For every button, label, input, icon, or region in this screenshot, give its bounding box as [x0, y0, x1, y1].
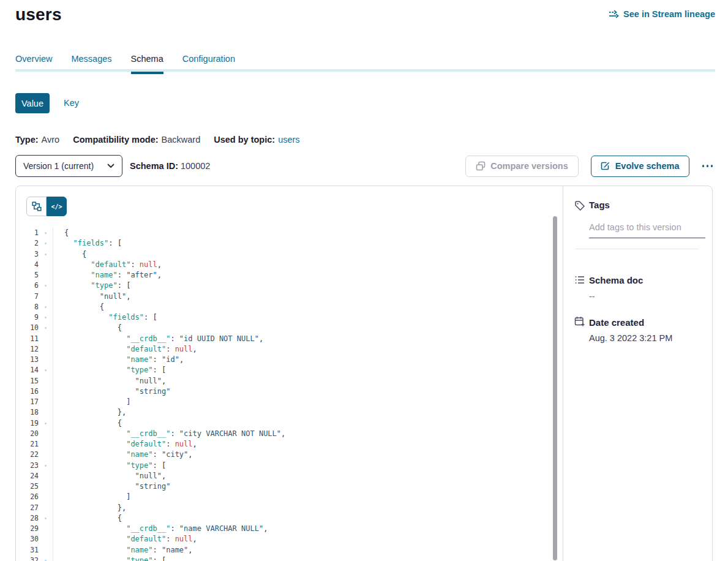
fold-toggle-icon[interactable]: ▾: [39, 238, 53, 249]
edit-icon: [601, 161, 610, 171]
code-text: "__crdb__": "city VARCHAR NOT NULL",: [53, 429, 285, 439]
copy-icon: [476, 161, 486, 171]
code-text: {: [53, 228, 69, 238]
fold-toggle-icon[interactable]: ▾: [39, 312, 53, 323]
tab-configuration[interactable]: Configuration: [182, 54, 235, 72]
line-number: 1: [16, 228, 39, 238]
code-text: "default": null,: [53, 534, 197, 544]
fold-toggle-icon[interactable]: ▾: [39, 280, 53, 291]
code-text: "default": null,: [53, 344, 197, 355]
line-number: 29: [16, 524, 39, 534]
tag-icon: [574, 200, 585, 214]
line-number: 15: [16, 376, 39, 386]
fold-toggle-icon[interactable]: ▾: [39, 461, 53, 471]
code-line: 17 ]: [16, 397, 563, 407]
editor-view-toggle: </>: [26, 197, 67, 216]
tab-schema[interactable]: Schema: [131, 54, 163, 72]
line-number: 8: [16, 302, 39, 312]
code-lines: 1▾{2▾ "fields": [3▾ {4 "default": null,5…: [16, 228, 563, 561]
fold-toggle-icon[interactable]: ▾: [39, 513, 53, 524]
value-toggle-button[interactable]: Value: [15, 93, 50, 113]
version-select[interactable]: Version 1 (current): [15, 155, 122, 177]
code-line: 8▾ {: [16, 302, 563, 312]
code-text: ]: [53, 492, 130, 502]
schema-code-editor[interactable]: 1▾{2▾ "fields": [3▾ {4 "default": null,5…: [16, 228, 563, 561]
line-number: 22: [16, 450, 39, 460]
line-number: 5: [16, 270, 39, 280]
code-line: 31 "name": "name",: [16, 545, 563, 555]
code-text: },: [53, 503, 126, 513]
fold-toggle-icon[interactable]: ▾: [39, 323, 53, 333]
code-line: 2▾ "fields": [: [16, 238, 563, 249]
fold-gutter: [39, 386, 53, 397]
line-number: 16: [16, 386, 39, 397]
fold-gutter: [39, 355, 53, 365]
key-toggle-button[interactable]: Key: [64, 98, 79, 108]
code-line: 4 "default": null,: [16, 260, 563, 270]
fold-gutter: [39, 270, 53, 280]
code-text: "default": null,: [53, 439, 197, 450]
tab-overview[interactable]: Overview: [15, 54, 52, 72]
fold-toggle-icon[interactable]: ▾: [39, 418, 53, 429]
schema-id-label: Schema ID:: [130, 161, 178, 171]
code-text: {: [53, 418, 122, 429]
date-created-value: Aug. 3 2022 3:21 PM: [589, 333, 672, 343]
code-text: "type": [: [53, 280, 130, 291]
line-number: 26: [16, 492, 39, 502]
evolve-schema-button[interactable]: Evolve schema: [591, 156, 689, 177]
fold-toggle-icon[interactable]: ▾: [39, 249, 53, 260]
fold-toggle-icon[interactable]: ▾: [39, 555, 53, 561]
see-in-stream-lineage-link[interactable]: See in Stream lineage: [609, 9, 715, 19]
code-line: 23▾ "type": [: [16, 461, 563, 471]
schema-card: </> 1▾{2▾ "fields": [3▾ {4 "default": nu…: [15, 186, 713, 561]
fold-gutter: [39, 397, 53, 407]
code-text: "type": [: [53, 365, 166, 375]
compare-versions-button[interactable]: Compare versions: [465, 156, 579, 177]
schema-id-field: Schema ID:100002: [130, 161, 210, 171]
fold-toggle-icon[interactable]: ▾: [39, 365, 53, 375]
fold-toggle-icon[interactable]: ▾: [39, 228, 53, 238]
add-tags-input[interactable]: [589, 222, 705, 238]
code-text: "name": "id",: [53, 355, 184, 365]
line-number: 24: [16, 471, 39, 481]
line-number: 18: [16, 407, 39, 418]
editor-vertical-scrollbar[interactable]: [553, 216, 557, 560]
fold-gutter: [39, 407, 53, 418]
tree-view-button[interactable]: [26, 197, 47, 216]
fold-gutter: [39, 376, 53, 386]
code-line: 28▾ {: [16, 513, 563, 524]
type-label: Type:: [15, 135, 39, 145]
code-text: {: [53, 249, 86, 260]
evolve-schema-label: Evolve schema: [615, 161, 680, 171]
compatibility-field: Compatibility mode:Backward: [73, 135, 200, 145]
line-number: 7: [16, 292, 39, 302]
tab-messages[interactable]: Messages: [71, 54, 111, 72]
topic-link[interactable]: users: [278, 135, 299, 145]
code-text: "name": "name",: [53, 545, 193, 555]
type-value: Avro: [42, 135, 60, 145]
code-line: 10▾ {: [16, 323, 563, 333]
version-select-value: Version 1 (current): [23, 161, 94, 171]
fold-gutter: [39, 503, 53, 513]
line-number: 21: [16, 439, 39, 450]
tab-bar: Overview Messages Schema Configuration: [15, 54, 715, 72]
tree-icon: [32, 201, 42, 211]
line-number: 25: [16, 481, 39, 492]
compatibility-value: Backward: [162, 135, 201, 145]
code-line: 21 "default": null,: [16, 439, 563, 450]
schema-doc-value: --: [589, 292, 595, 301]
code-line: 27 },: [16, 503, 563, 513]
line-number: 2: [16, 238, 39, 249]
fold-gutter: [39, 334, 53, 344]
code-view-button[interactable]: </>: [47, 197, 67, 216]
schema-meta-row: Type:Avro Compatibility mode:Backward Us…: [15, 135, 300, 145]
more-actions-button[interactable]: [700, 161, 716, 171]
line-number: 12: [16, 344, 39, 355]
schema-id-value: 100002: [181, 161, 210, 171]
page-title: users: [15, 5, 62, 24]
code-line: 9▾ "fields": [: [16, 312, 563, 323]
stream-lineage-icon: [609, 10, 619, 18]
calendar-plus-icon: [574, 316, 585, 329]
fold-toggle-icon[interactable]: ▾: [39, 302, 53, 312]
line-number: 23: [16, 461, 39, 471]
